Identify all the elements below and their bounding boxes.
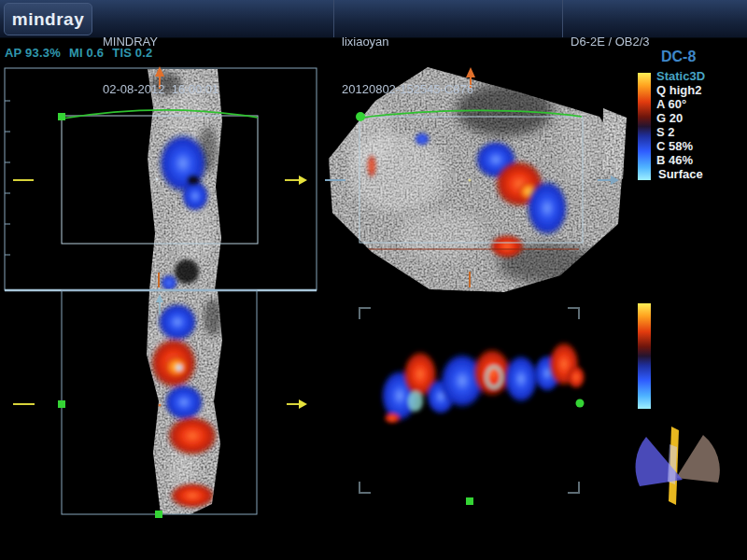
plane-c-center-dot (159, 404, 162, 407)
plane-b-center-dot (469, 179, 472, 182)
probe-preset: D6-2E / OB2/3 (571, 34, 650, 49)
acoustic-power: AP 93.3% (5, 46, 61, 60)
render-handle-bottom[interactable] (466, 497, 473, 505)
corner-bracket-tl (359, 308, 371, 319)
render-handle-right[interactable] (576, 399, 585, 408)
corner-bracket-br (568, 482, 579, 493)
exam-id: 20120802-152545-C876 (342, 81, 473, 97)
param-color-pct: C 58% (656, 139, 746, 153)
topbar-divider (333, 0, 334, 37)
axis-right-arrowhead (299, 175, 307, 185)
param-render-mode: Surface (656, 167, 746, 181)
ultrasound-screen: mindray MINDRAY 02-08-2012 16:00:01 lixi… (0, 0, 747, 560)
param-smooth: S 2 (656, 125, 746, 139)
institution-block: MINDRAY 02-08-2012 16:00:01 (103, 2, 218, 129)
system-model: DC-8 (661, 49, 746, 65)
box-handle-bottom[interactable] (155, 511, 162, 518)
probe-orientation-icon (636, 427, 720, 505)
mechanical-index: MI 0.6 (69, 46, 104, 60)
curve-handle[interactable] (58, 113, 65, 120)
plane-c-image[interactable] (140, 287, 229, 517)
patient-name: lixiaoyan (342, 34, 473, 49)
plane-a-center-dot (156, 178, 159, 181)
probe-block: D6-2E / OB2/3 (571, 2, 650, 81)
institution-name: MINDRAY (103, 34, 218, 49)
doppler-color-map-bar (638, 73, 651, 180)
corner-bracket-bl (359, 482, 371, 493)
param-quality: Q high2 (656, 83, 746, 97)
topbar-divider (562, 0, 563, 37)
imaging-parameter-panel: DC-8 Static3D Q high2 A 60° G 20 S 2 C 5… (656, 49, 746, 181)
mindray-logo: mindray (4, 3, 92, 35)
patient-block: lixiaoyan 20120802-152545-C876 (342, 2, 473, 129)
axis-right-arrowhead (299, 399, 307, 409)
param-angle: A 60° (656, 97, 746, 111)
depth-scale-ticks (5, 101, 10, 255)
render-color-map-bar (638, 303, 651, 409)
param-gain: G 20 (656, 111, 746, 125)
corner-bracket-tr (568, 308, 579, 319)
imaging-mode: Static3D (656, 69, 746, 83)
param-b-pct: B 46% (656, 153, 746, 167)
box-handle-left[interactable] (58, 400, 65, 408)
top-bar: mindray MINDRAY 02-08-2012 16:00:01 lixi… (0, 0, 747, 38)
exam-datetime: 02-08-2012 16:00:01 (103, 81, 218, 97)
logo-text: mindray (12, 9, 84, 30)
render-3d-image[interactable] (380, 341, 585, 424)
